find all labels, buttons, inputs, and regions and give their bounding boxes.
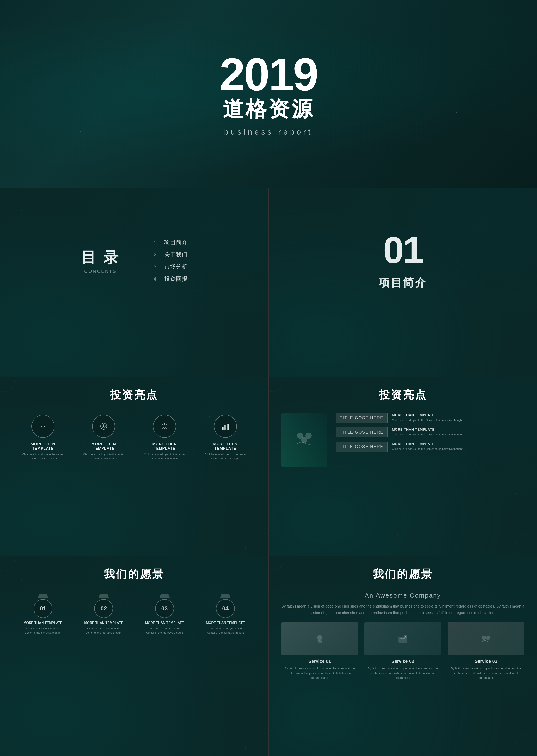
icon-label-small-4: Click here to add you to the centerof th… [205, 452, 246, 460]
deco-circle-br-5 [514, 533, 537, 556]
touzi-item-label-2: TITLE GOSE HERE [336, 427, 388, 437]
slide-yuanjing-right: 我们的愿景 An Awesome Company By faith I mean… [269, 556, 537, 756]
service2-icon [397, 633, 409, 645]
touzi-left-title: 投资亮点 [13, 388, 256, 402]
slide-touzi-left: 投资亮点 MORE THEN TEMPLATE Click here to ad… [0, 377, 268, 556]
service-item-1: Service 01 By faith I mean a vision of g… [281, 622, 358, 680]
medal-item-2: 02 MORE THAN TEMPLATE Click here to add … [83, 594, 125, 635]
service-item-2: Service 02 By faith I mean a vision of g… [364, 622, 441, 680]
medal-num-3: 03 [161, 605, 168, 612]
medal-bold-1: MORE THAN TEMPLATE [23, 621, 62, 625]
service-img-placeholder-2 [364, 622, 441, 655]
medal-num-4: 04 [222, 605, 228, 612]
svg-rect-6 [225, 425, 226, 430]
service1-icon [313, 633, 326, 645]
touzi-item-text-3: MORE THAN TEMPLATE Click here to add you… [392, 442, 524, 451]
medal-num-2: 02 [101, 605, 107, 612]
service-text-2: By faith I mean a vision of good one che… [364, 666, 441, 680]
contents-en-title: CONCENTS [81, 269, 120, 274]
service-image-2 [364, 622, 441, 655]
icon-label-bold-1: MORE THEN TEMPLATE [20, 442, 66, 451]
icon-label-bold-3: MORE THEN TEMPLATE [142, 442, 187, 451]
section01-divider [391, 272, 415, 273]
svg-rect-7 [227, 424, 228, 430]
medal-top-1 [38, 594, 48, 598]
icon-label-small-2: Click here to add you to the centerof th… [83, 452, 124, 460]
service-label-3: Service 03 [475, 659, 497, 664]
services-row: Service 01 By faith I mean a vision of g… [281, 622, 525, 680]
hero-year: 2019 [220, 52, 317, 97]
icon-item-4: MORE THEN TEMPLATE Click here to add you… [202, 415, 248, 460]
touzi-item-1: TITLE GOSE HERE MORE THAN TEMPLATE Click… [336, 413, 525, 423]
touzi-item-2: TITLE GOSE HERE MORE THAN TEMPLATE Click… [336, 427, 525, 437]
hero-chinese-title: 道格资源 [223, 95, 314, 123]
medal-small-2: Click here to add you to the Center of t… [83, 626, 125, 635]
icon-label-small-3: Click here to add you to the centerof th… [144, 452, 185, 460]
yuanjing-right-header: 我们的愿景 [281, 567, 525, 581]
slide-section01: 01 项目简介 [269, 188, 537, 377]
contents-left: 目 录 CONCENTS [81, 248, 120, 274]
touzi-left-header: 投资亮点 [13, 388, 256, 402]
yuanjing-right-title: 我们的愿景 [281, 567, 525, 581]
icon-label-bold-2: MORE THEN TEMPLATE [81, 442, 127, 451]
contents-label-3: 市场分析 [164, 263, 187, 271]
touzi-right-header: 投资亮点 [281, 388, 525, 402]
service-item-3: Service 03 By faith I mean a vision of g… [447, 622, 524, 680]
touzi-item-small-3: Click here to add you to the Center of t… [392, 447, 524, 451]
hero-subtitle: business report [224, 128, 313, 136]
medal-small-1: Click here to add you to the Center of t… [22, 626, 64, 635]
svg-rect-0 [40, 424, 46, 429]
medal-small-4: Click here to add you to the Center of t… [205, 626, 246, 635]
touzi-item-label-3: TITLE GOSE HERE [336, 441, 388, 452]
deco-circle-br-7 [514, 733, 537, 756]
yuanjing-left-title: 我们的愿景 [13, 567, 256, 581]
deco-circle-br-4 [245, 533, 268, 556]
medal-inner-2: 02 [94, 599, 113, 618]
business-meeting-icon [294, 429, 315, 450]
awesome-company-title: An Awesome Company [281, 592, 525, 599]
touzi-item-label-1: TITLE GOSE HERE [336, 413, 388, 423]
contents-num-2: 2. [154, 252, 160, 258]
service-image-1 [281, 622, 358, 655]
medal-small-3: Click here to add you to the Center of t… [144, 626, 186, 635]
service3-icon [480, 633, 492, 645]
medals-row: 01 MORE THAN TEMPLATE Click here to add … [13, 594, 256, 635]
icon-label-small-1: Click here to add you to the centerof th… [22, 452, 63, 460]
slide-touzi-right: 投资亮点 TITLE GOSE HERE [269, 377, 537, 556]
contents-cn-title: 目 录 [81, 248, 120, 268]
contents-label-1: 项目简介 [164, 238, 187, 246]
icon-box-icon [38, 421, 48, 432]
icon-item-3: MORE THEN TEMPLATE Click here to add you… [142, 415, 187, 460]
contents-num-1: 1. [154, 240, 160, 245]
touzi-item-small-2: Click here to add you to the Center of t… [392, 433, 524, 437]
service-text-1: By faith I mean a vision of good one che… [281, 666, 358, 680]
contents-label-4: 投资回报 [164, 275, 187, 283]
contents-label-2: 关于我们 [164, 251, 187, 259]
service-label-2: Service 02 [392, 659, 414, 664]
contents-item-4: 4. 投资回报 [154, 275, 187, 283]
awesome-description: By faith I mean a vision of good one che… [281, 603, 525, 616]
svg-point-18 [482, 636, 486, 640]
contents-num-4: 4. [154, 276, 160, 282]
medal-num-1: 01 [40, 605, 46, 612]
medal-item-3: 03 MORE THAN TEMPLATE Click here to add … [144, 594, 186, 635]
section01-layout: 01 项目简介 [281, 198, 525, 323]
service-label-1: Service 01 [308, 659, 331, 664]
contents-item-3: 3. 市场分析 [154, 263, 187, 271]
service-img-placeholder-1 [281, 622, 358, 655]
svg-rect-16 [400, 640, 404, 641]
connector-line [49, 426, 219, 427]
medal-inner-1: 01 [34, 599, 52, 618]
contents-item-2: 2. 关于我们 [154, 251, 187, 259]
touzi-item-bold-3: MORE THAN TEMPLATE [392, 442, 524, 446]
service-image-3 [447, 622, 524, 655]
icon-label-bold-4: MORE THEN TEMPLATE [202, 442, 248, 451]
icon-item-1: MORE THEN TEMPLATE Click here to add you… [20, 415, 66, 460]
touzi-item-bold-1: MORE THAN TEMPLATE [392, 413, 524, 417]
service-img-placeholder-3 [447, 622, 524, 655]
section01-number: 01 [383, 231, 423, 269]
svg-rect-5 [222, 427, 224, 430]
touzi-right-content: TITLE GOSE HERE MORE THAN TEMPLATE Click… [281, 413, 525, 467]
service-text-3: By faith I mean a vision of good one che… [447, 666, 524, 680]
svg-point-12 [317, 635, 322, 640]
